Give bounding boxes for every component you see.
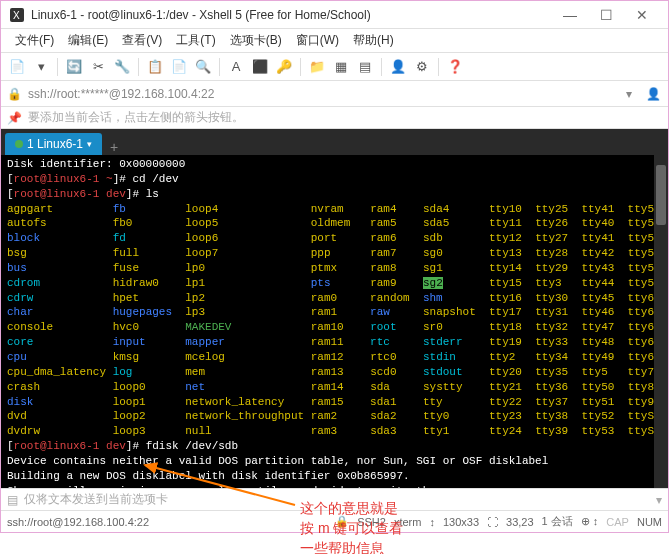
address-bar: 🔒 ssh://root:******@192.168.100.4:22 ▾ 👤 — [1, 81, 668, 107]
toolbar-btn-c[interactable]: 🔑 — [274, 57, 294, 77]
address-text[interactable]: ssh://root:******@192.168.100.4:22 — [28, 87, 614, 101]
close-button[interactable]: ✕ — [624, 3, 660, 27]
tab-label: 1 Linux6-1 — [27, 137, 83, 151]
maximize-button[interactable]: ☐ — [588, 3, 624, 27]
minimize-button[interactable]: — — [552, 3, 588, 27]
copy-button[interactable]: 📋 — [145, 57, 165, 77]
find-button[interactable]: 🔍 — [193, 57, 213, 77]
toolbar: 📄 ▾ 🔄 ✂ 🔧 📋 📄 🔍 A ⬛ 🔑 📁 ▦ ▤ 👤 ⚙ ❓ — [1, 53, 668, 81]
menu-tools[interactable]: 工具(T) — [170, 30, 221, 51]
menu-window[interactable]: 窗口(W) — [290, 30, 345, 51]
add-tab-button[interactable]: + — [102, 139, 126, 155]
toolbar-btn-e[interactable]: ▦ — [331, 57, 351, 77]
app-icon: X — [9, 7, 25, 23]
status-connection: ssh://root@192.168.100.4:22 — [7, 516, 327, 528]
compose-dropdown[interactable]: ▾ — [656, 493, 662, 507]
menu-tabs[interactable]: 选项卡(B) — [224, 30, 288, 51]
status-sessions: 1 会话 — [542, 514, 573, 529]
tab-dropdown-icon[interactable]: ▾ — [87, 139, 92, 149]
status-cursor: 33,23 — [506, 516, 534, 528]
status-cap: CAP — [606, 516, 629, 528]
compose-hint[interactable]: 仅将文本发送到当前选项卡 — [24, 491, 650, 508]
toolbar-btn-b[interactable]: ⬛ — [250, 57, 270, 77]
toolbar-btn-a[interactable]: A — [226, 57, 246, 77]
svg-text:X: X — [13, 10, 20, 21]
scrollbar-thumb[interactable] — [656, 165, 666, 225]
session-tab[interactable]: 1 Linux6-1 ▾ — [5, 133, 102, 155]
compose-bar: ▤ 仅将文本发送到当前选项卡 ▾ — [1, 488, 668, 510]
reconnect-button[interactable]: 🔄 — [64, 57, 84, 77]
connection-status-icon — [15, 140, 23, 148]
status-ssh: SSH2 — [357, 516, 386, 528]
toolbar-btn-h[interactable]: ⚙ — [412, 57, 432, 77]
toolbar-btn-d[interactable]: 📁 — [307, 57, 327, 77]
tabbar: 1 Linux6-1 ▾ + — [1, 129, 668, 155]
status-ssh-icon: 🔒 — [335, 515, 349, 528]
paste-button[interactable]: 📄 — [169, 57, 189, 77]
menu-help[interactable]: 帮助(H) — [347, 30, 400, 51]
new-session-button[interactable]: 📄 — [7, 57, 27, 77]
menu-edit[interactable]: 编辑(E) — [62, 30, 114, 51]
window-title: Linux6-1 - root@linux6-1:/dev - Xshell 5… — [31, 8, 552, 22]
user-icon[interactable]: 👤 — [644, 85, 662, 103]
status-term: xterm — [394, 516, 422, 528]
scrollbar[interactable] — [654, 155, 668, 488]
menubar: 文件(F) 编辑(E) 查看(V) 工具(T) 选项卡(B) 窗口(W) 帮助(… — [1, 29, 668, 53]
menu-file[interactable]: 文件(F) — [9, 30, 60, 51]
pin-icon[interactable]: 📌 — [7, 111, 22, 125]
titlebar: X Linux6-1 - root@linux6-1:/dev - Xshell… — [1, 1, 668, 29]
statusbar: ssh://root@192.168.100.4:22 🔒 SSH2 xterm… — [1, 510, 668, 532]
toolbar-btn-f[interactable]: ▤ — [355, 57, 375, 77]
compose-icon[interactable]: ▤ — [7, 493, 18, 507]
hint-text: 要添加当前会话，点击左侧的箭头按钮。 — [28, 109, 244, 126]
properties-button[interactable]: 🔧 — [112, 57, 132, 77]
lock-icon: 🔒 — [7, 87, 22, 101]
dropdown-icon[interactable]: ▾ — [31, 57, 51, 77]
address-dropdown[interactable]: ▾ — [620, 85, 638, 103]
annotation-line3: 一些帮助信息 — [300, 540, 384, 554]
terminal[interactable]: Disk identifier: 0x00000000[root@linux6-… — [1, 155, 668, 488]
status-num: NUM — [637, 516, 662, 528]
menu-view[interactable]: 查看(V) — [116, 30, 168, 51]
help-button[interactable]: ❓ — [445, 57, 465, 77]
hint-bar: 📌 要添加当前会话，点击左侧的箭头按钮。 — [1, 107, 668, 129]
disconnect-button[interactable]: ✂ — [88, 57, 108, 77]
status-size: 130x33 — [443, 516, 479, 528]
toolbar-btn-g[interactable]: 👤 — [388, 57, 408, 77]
